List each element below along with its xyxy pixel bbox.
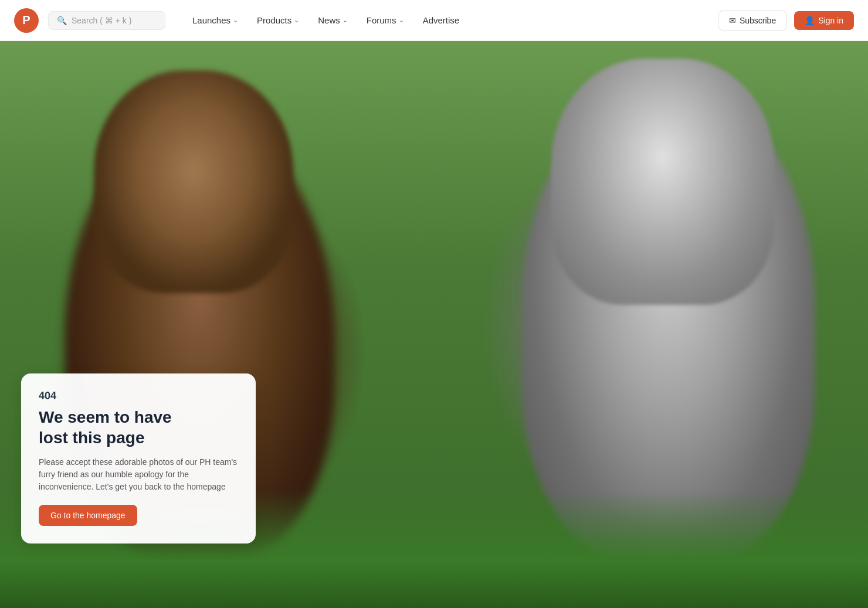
dog-left-head: [94, 70, 293, 293]
subscribe-button[interactable]: ✉ Subscribe: [718, 11, 787, 30]
chevron-down-icon: ⌄: [294, 16, 299, 24]
nav-item-advertise[interactable]: Advertise: [415, 11, 468, 30]
chevron-down-icon: ⌄: [233, 16, 238, 24]
go-to-homepage-button[interactable]: Go to the homepage: [39, 505, 137, 526]
nav-label-launches: Launches: [192, 15, 230, 25]
error-card: 404 We seem to have lost this page Pleas…: [21, 373, 256, 544]
error-code: 404: [39, 390, 238, 402]
homepage-btn-label: Go to the homepage: [50, 511, 126, 520]
envelope-icon: ✉: [729, 16, 736, 25]
error-description: Please accept these adorable photos of o…: [39, 456, 238, 493]
signin-label: Sign in: [818, 16, 843, 25]
nav-item-forums[interactable]: Forums ⌄: [358, 11, 412, 30]
subscribe-label: Subscribe: [740, 16, 776, 25]
nav-label-advertise: Advertise: [423, 15, 460, 25]
logo[interactable]: P: [14, 8, 39, 33]
search-icon: 🔍: [57, 16, 67, 25]
signin-button[interactable]: 👤 Sign in: [794, 11, 854, 30]
nav-item-news[interactable]: News ⌄: [310, 11, 356, 30]
nav-item-products[interactable]: Products ⌄: [249, 11, 307, 30]
nav-label-forums: Forums: [367, 15, 396, 25]
nav-item-launches[interactable]: Launches ⌄: [184, 11, 246, 30]
user-icon: 👤: [805, 16, 815, 25]
search-bar[interactable]: 🔍 Search ( ⌘ + k ): [48, 11, 165, 30]
nav-right: ✉ Subscribe 👤 Sign in: [718, 11, 854, 30]
nav-label-products: Products: [257, 15, 291, 25]
navbar: P 🔍 Search ( ⌘ + k ) Launches ⌄ Products…: [0, 0, 868, 41]
error-title: We seem to have lost this page: [39, 407, 238, 448]
nav-links: Launches ⌄ Products ⌄ News ⌄ Forums ⌄ Ad…: [184, 11, 713, 30]
dog-right-head: [551, 59, 774, 305]
chevron-down-icon: ⌄: [343, 16, 348, 24]
error-title-line2: lost this page: [39, 429, 144, 447]
hero-section: 404 We seem to have lost this page Pleas…: [0, 41, 868, 608]
chevron-down-icon: ⌄: [399, 16, 404, 24]
error-title-line1: We seem to have: [39, 408, 172, 426]
logo-letter: P: [22, 13, 30, 27]
search-placeholder-text: Search ( ⌘ + k ): [72, 16, 131, 25]
nav-label-news: News: [318, 15, 340, 25]
